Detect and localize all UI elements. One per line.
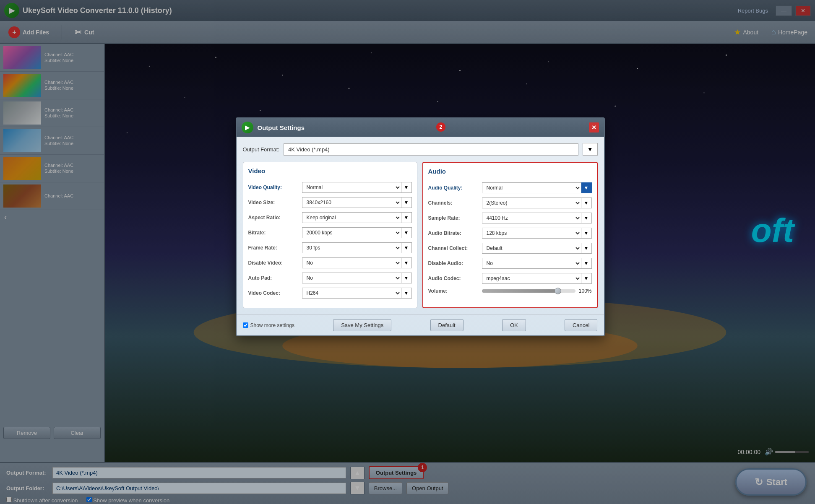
aspect-ratio-select-group: Keep original ▼ [302, 212, 412, 223]
video-quality-select-group: Normal ▼ [302, 182, 412, 193]
bitrate-row: Bitrate: 20000 kbps ▼ [248, 227, 412, 238]
volume-knob[interactable] [555, 288, 561, 294]
audio-quality-select-group: Normal ▼ [482, 182, 592, 193]
disable-video-dropdown[interactable]: ▼ [401, 257, 412, 268]
disable-video-row: Disable Video: No ▼ [248, 257, 412, 268]
audio-quality-label: Audio Quality: [428, 185, 479, 191]
channel-collect-row: Channel Collect: Default ▼ [428, 243, 592, 254]
audio-settings-panel: Audio Audio Quality: Normal ▼ Channels: [422, 162, 598, 308]
video-quality-select[interactable]: Normal [302, 182, 401, 193]
video-size-select[interactable]: 3840x2160 [302, 197, 401, 208]
auto-pad-dropdown[interactable]: ▼ [401, 273, 412, 283]
audio-codec-dropdown[interactable]: ▼ [581, 273, 592, 284]
disable-video-label: Disable Video: [248, 260, 299, 266]
channels-select[interactable]: 2(Stereo) [482, 197, 581, 208]
volume-bar[interactable] [482, 289, 575, 293]
modal-logo: ▶ [242, 122, 253, 133]
auto-pad-label: Auto Pad: [248, 275, 299, 281]
modal-overlay: ▶ Output Settings 2 ✕ Output Format: ▼ V… [0, 0, 815, 504]
volume-bar-fill [482, 289, 562, 293]
audio-quality-dropdown[interactable]: ▼ [581, 182, 592, 193]
frame-rate-dropdown[interactable]: ▼ [401, 242, 412, 253]
channels-dropdown[interactable]: ▼ [581, 197, 592, 208]
disable-audio-row: Disable Audio: No ▼ [428, 258, 592, 269]
video-codec-select-group: H264 ▼ [302, 288, 412, 299]
volume-label: Volume: [428, 288, 479, 294]
modal-format-dropdown[interactable]: ▼ [583, 143, 598, 156]
audio-codec-label: Audio Codec: [428, 275, 479, 281]
frame-rate-row: Frame Rate: 30 fps ▼ [248, 242, 412, 253]
modal-title: Output Settings [258, 124, 305, 131]
disable-audio-select[interactable]: No [482, 258, 581, 269]
bitrate-select-group: 20000 kbps ▼ [302, 227, 412, 238]
bitrate-label: Bitrate: [248, 230, 299, 236]
frame-rate-label: Frame Rate: [248, 245, 299, 251]
frame-rate-select[interactable]: 30 fps [302, 242, 401, 253]
audio-quality-row: Audio Quality: Normal ▼ [428, 182, 592, 193]
output-settings-modal: ▶ Output Settings 2 ✕ Output Format: ▼ V… [236, 117, 605, 336]
disable-audio-select-group: No ▼ [482, 258, 592, 269]
video-size-row: Video Size: 3840x2160 ▼ [248, 197, 412, 208]
audio-codec-row: Audio Codec: mpeg4aac ▼ [428, 273, 592, 284]
bitrate-select[interactable]: 20000 kbps [302, 227, 401, 238]
show-more-text: Show more settings [250, 322, 294, 328]
modal-format-input[interactable] [284, 143, 578, 156]
audio-bitrate-label: Audio Bitrate: [428, 230, 479, 236]
channel-collect-label: Channel Collect: [428, 245, 479, 251]
video-codec-row: Video Codec: H264 ▼ [248, 288, 412, 299]
default-button[interactable]: Default [430, 319, 463, 331]
sample-rate-select[interactable]: 44100 Hz [482, 213, 581, 223]
video-settings-panel: Video Video Quality: Normal ▼ Video Size… [243, 162, 417, 308]
frame-rate-select-group: 30 fps ▼ [302, 242, 412, 253]
disable-audio-label: Disable Audio: [428, 260, 479, 266]
disable-audio-dropdown[interactable]: ▼ [581, 258, 592, 269]
channels-row: Channels: 2(Stereo) ▼ [428, 197, 592, 208]
video-codec-select[interactable]: H264 [302, 288, 401, 299]
video-codec-label: Video Codec: [248, 290, 299, 296]
volume-percentage: 100% [579, 288, 592, 294]
video-quality-label: Video Quality: [248, 184, 299, 190]
sample-rate-label: Sample Rate: [428, 215, 479, 221]
disable-video-select[interactable]: No [302, 257, 401, 268]
audio-codec-select-group: mpeg4aac ▼ [482, 273, 592, 284]
audio-quality-select[interactable]: Normal [482, 182, 581, 193]
video-size-label: Video Size: [248, 200, 299, 205]
auto-pad-select[interactable]: No [302, 273, 401, 283]
aspect-ratio-row: Aspect Ratio: Keep original ▼ [248, 212, 412, 223]
channel-collect-dropdown[interactable]: ▼ [581, 243, 592, 254]
modal-close-button[interactable]: ✕ [589, 122, 599, 132]
show-more-label[interactable]: Show more settings [243, 322, 294, 328]
ok-button[interactable]: OK [502, 319, 526, 331]
save-settings-button[interactable]: Save My Settings [333, 319, 391, 331]
bitrate-dropdown[interactable]: ▼ [401, 227, 412, 238]
cancel-button[interactable]: Cancel [565, 319, 597, 331]
audio-bitrate-select[interactable]: 128 kbps [482, 228, 581, 239]
show-more-checkbox[interactable] [243, 322, 248, 328]
volume-row: Volume: 100% [428, 288, 592, 294]
audio-bitrate-row: Audio Bitrate: 128 kbps ▼ [428, 228, 592, 239]
audio-codec-select[interactable]: mpeg4aac [482, 273, 581, 284]
video-quality-row: Video Quality: Normal ▼ [248, 182, 412, 193]
modal-format-label: Output Format: [243, 146, 279, 153]
video-quality-dropdown[interactable]: ▼ [401, 182, 412, 193]
modal-header: ▶ Output Settings 2 ✕ [237, 118, 604, 137]
audio-bitrate-dropdown[interactable]: ▼ [581, 228, 592, 239]
auto-pad-row: Auto Pad: No ▼ [248, 273, 412, 283]
channels-select-group: 2(Stereo) ▼ [482, 197, 592, 208]
channel-collect-select[interactable]: Default [482, 243, 581, 254]
aspect-ratio-label: Aspect Ratio: [248, 215, 299, 221]
video-size-select-group: 3840x2160 ▼ [302, 197, 412, 208]
aspect-ratio-select[interactable]: Keep original [302, 212, 401, 223]
sample-rate-dropdown[interactable]: ▼ [581, 213, 592, 223]
channels-label: Channels: [428, 200, 479, 206]
video-codec-dropdown[interactable]: ▼ [401, 288, 412, 299]
modal-badge: 2 [436, 122, 445, 132]
video-size-dropdown[interactable]: ▼ [401, 197, 412, 208]
aspect-ratio-dropdown[interactable]: ▼ [401, 212, 412, 223]
audio-bitrate-select-group: 128 kbps ▼ [482, 228, 592, 239]
modal-format-row: Output Format: ▼ [243, 143, 598, 156]
audio-panel-title: Audio [428, 168, 592, 177]
auto-pad-select-group: No ▼ [302, 273, 412, 283]
channel-collect-select-group: Default ▼ [482, 243, 592, 254]
video-panel-title: Video [248, 167, 412, 177]
